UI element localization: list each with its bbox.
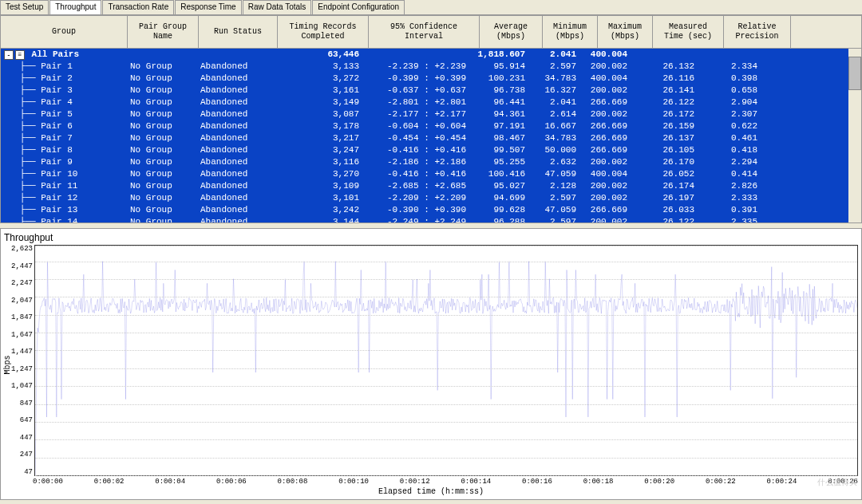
cell: ├── Pair 5 bbox=[1, 108, 127, 120]
cell: 3,270 bbox=[275, 168, 362, 180]
collapse-icon[interactable]: - bbox=[4, 50, 14, 60]
column-header[interactable]: 95% ConfidenceInterval bbox=[369, 16, 480, 48]
tab-raw-data-totals[interactable]: Raw Data Totals bbox=[243, 0, 312, 14]
tab-transaction-rate[interactable]: Transaction Rate bbox=[102, 0, 174, 14]
tab-endpoint-configuration[interactable]: Endpoint Configuration bbox=[312, 0, 405, 14]
cell: 96.288 bbox=[469, 216, 528, 222]
cell bbox=[197, 49, 275, 61]
cell: 2.904 bbox=[698, 96, 761, 108]
tab-test-setup[interactable]: Test Setup bbox=[0, 0, 49, 14]
cell bbox=[698, 49, 761, 61]
cell: 2.334 bbox=[698, 61, 761, 73]
cell: 100.416 bbox=[469, 168, 528, 180]
x-tick: 0:00:04 bbox=[155, 478, 185, 486]
table-row[interactable]: ├── Pair 10No GroupAbandoned3,270-0.416 … bbox=[1, 168, 861, 180]
x-tick: 0:00:14 bbox=[461, 478, 491, 486]
cell: 400.004 bbox=[579, 73, 631, 85]
column-header[interactable]: Group bbox=[1, 16, 128, 48]
cell: 16.327 bbox=[528, 85, 579, 96]
cell: 2.826 bbox=[698, 180, 761, 192]
table-row[interactable]: ├── Pair 2No GroupAbandoned3,272-0.399 :… bbox=[1, 73, 861, 85]
cell: ├── Pair 8 bbox=[1, 144, 127, 156]
y-tick: 1,847 bbox=[4, 313, 33, 321]
table-row[interactable]: ├── Pair 13No GroupAbandoned3,242-0.390 … bbox=[1, 204, 861, 216]
cell: 2.041 bbox=[528, 49, 579, 61]
column-header[interactable]: Minimum(Mbps) bbox=[543, 16, 598, 48]
cell: 3,247 bbox=[275, 144, 362, 156]
column-header[interactable]: Run Status bbox=[199, 16, 278, 48]
cell: 2.597 bbox=[528, 216, 579, 222]
cell: 16.667 bbox=[528, 120, 579, 132]
cell: 95.914 bbox=[469, 61, 528, 73]
tab-response-time[interactable]: Response Time bbox=[175, 0, 241, 14]
cell: Abandoned bbox=[197, 168, 275, 180]
cell: 34.783 bbox=[528, 132, 579, 144]
cell: 26.170 bbox=[631, 156, 698, 168]
summary-row[interactable]: -≡ All Pairs63,4461,818.6072.041400.004 bbox=[1, 49, 861, 61]
table-row[interactable]: ├── Pair 1No GroupAbandoned3,133-2.239 :… bbox=[1, 61, 861, 73]
expand-icon[interactable]: ≡ bbox=[15, 50, 25, 60]
cell: 97.191 bbox=[469, 120, 528, 132]
table-row[interactable]: ├── Pair 6No GroupAbandoned3,178-0.604 :… bbox=[1, 120, 861, 132]
cell: 100.231 bbox=[469, 73, 528, 85]
column-header[interactable]: Timing RecordsCompleted bbox=[278, 16, 369, 48]
y-tick: 2,447 bbox=[4, 262, 33, 270]
cell: 200.002 bbox=[579, 192, 631, 204]
throughput-chart: Throughput Mbps 2,6232,4472,2472,0471,84… bbox=[0, 228, 862, 500]
cell: No Group bbox=[127, 73, 197, 85]
grid-body[interactable]: -≡ All Pairs63,4461,818.6072.041400.004 … bbox=[1, 49, 861, 222]
column-header[interactable]: Pair GroupName bbox=[128, 16, 199, 48]
column-header[interactable]: Maximum(Mbps) bbox=[598, 16, 653, 48]
cell: -2.177 : +2.177 bbox=[362, 108, 469, 120]
cell: -≡ All Pairs bbox=[1, 49, 127, 61]
cell: 47.059 bbox=[528, 168, 579, 180]
cell: 50.000 bbox=[528, 144, 579, 156]
cell: Abandoned bbox=[197, 132, 275, 144]
cell: Abandoned bbox=[197, 85, 275, 96]
cell: 2.632 bbox=[528, 156, 579, 168]
table-row[interactable]: ├── Pair 14No GroupAbandoned3,144-2.249 … bbox=[1, 216, 861, 222]
table-row[interactable]: ├── Pair 8No GroupAbandoned3,247-0.416 :… bbox=[1, 144, 861, 156]
cell: 200.002 bbox=[579, 216, 631, 222]
table-row[interactable]: ├── Pair 9No GroupAbandoned3,116-2.186 :… bbox=[1, 156, 861, 168]
cell: -0.637 : +0.637 bbox=[362, 85, 469, 96]
cell: Abandoned bbox=[197, 108, 275, 120]
cell: Abandoned bbox=[197, 180, 275, 192]
y-tick: 2,623 bbox=[4, 245, 33, 253]
cell: Abandoned bbox=[197, 204, 275, 216]
scrollbar-thumb[interactable] bbox=[848, 57, 861, 90]
column-header[interactable]: Average(Mbps) bbox=[480, 16, 543, 48]
x-tick: 0:00:06 bbox=[216, 478, 247, 486]
results-grid: GroupPair GroupNameRun StatusTiming Reco… bbox=[0, 15, 862, 223]
cell: No Group bbox=[127, 120, 197, 132]
vertical-scrollbar[interactable] bbox=[848, 49, 861, 222]
cell: 3,178 bbox=[275, 120, 362, 132]
cell: 26.132 bbox=[631, 61, 698, 73]
table-row[interactable]: ├── Pair 11No GroupAbandoned3,109-2.685 … bbox=[1, 180, 861, 192]
table-row[interactable]: ├── Pair 3No GroupAbandoned3,161-0.637 :… bbox=[1, 85, 861, 96]
table-row[interactable]: ├── Pair 4No GroupAbandoned3,149-2.801 :… bbox=[1, 96, 861, 108]
cell: Abandoned bbox=[197, 120, 275, 132]
cell: ├── Pair 1 bbox=[1, 61, 127, 73]
cell: No Group bbox=[127, 61, 197, 73]
cell: 96.441 bbox=[469, 96, 528, 108]
x-tick: 0:00:16 bbox=[522, 478, 552, 486]
cell: 3,242 bbox=[275, 204, 362, 216]
cell: ├── Pair 9 bbox=[1, 156, 127, 168]
cell: No Group bbox=[127, 192, 197, 204]
x-tick: 0:00:20 bbox=[644, 478, 674, 486]
column-header[interactable]: MeasuredTime (sec) bbox=[653, 16, 724, 48]
cell: 2.041 bbox=[528, 96, 579, 108]
column-header[interactable]: RelativePrecision bbox=[724, 16, 791, 48]
cell: No Group bbox=[127, 204, 197, 216]
plot-area[interactable] bbox=[34, 245, 858, 476]
table-row[interactable]: ├── Pair 7No GroupAbandoned3,217-0.454 :… bbox=[1, 132, 861, 144]
cell: 26.174 bbox=[631, 180, 698, 192]
cell: ├── Pair 12 bbox=[1, 192, 127, 204]
cell: 0.391 bbox=[698, 204, 761, 216]
table-row[interactable]: ├── Pair 12No GroupAbandoned3,101-2.209 … bbox=[1, 192, 861, 204]
cell: 95.255 bbox=[469, 156, 528, 168]
tab-throughput[interactable]: Throughput bbox=[49, 0, 101, 14]
table-row[interactable]: ├── Pair 5No GroupAbandoned3,087-2.177 :… bbox=[1, 108, 861, 120]
cell bbox=[631, 49, 698, 61]
